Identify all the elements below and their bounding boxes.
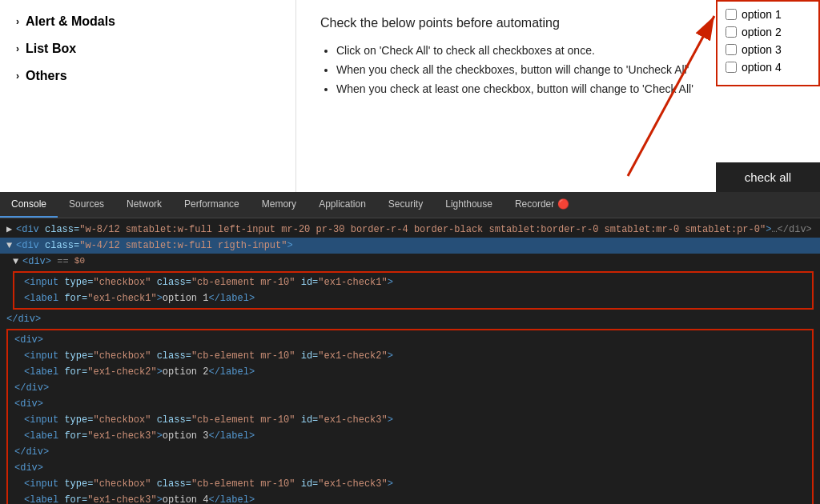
- sidebar-item-others[interactable]: › Others: [16, 62, 279, 90]
- code-line[interactable]: <div>: [11, 332, 809, 348]
- checkbox-input-1[interactable]: [726, 9, 737, 20]
- checkbox-input-3[interactable]: [726, 44, 737, 55]
- checkbox-label-4: option 4: [742, 61, 782, 74]
- tab-performance[interactable]: Performance: [173, 192, 251, 218]
- tab-security[interactable]: Security: [377, 192, 434, 218]
- code-line[interactable]: <input type="checkbox" class="cb-element…: [11, 476, 809, 492]
- collapse-icon: ▼: [6, 238, 14, 253]
- highlighted-block-2: <div> <input type="checkbox" class="cb-e…: [6, 329, 814, 504]
- checkbox-label-3: option 3: [742, 43, 782, 56]
- code-line[interactable]: </div>: [0, 311, 820, 327]
- checkbox-option-4[interactable]: option 4: [726, 61, 810, 74]
- code-line[interactable]: <div>: [11, 396, 809, 412]
- checkbox-label-1: option 1: [742, 8, 782, 21]
- sidebar-item-alert-modals[interactable]: › Alert & Modals: [16, 8, 279, 35]
- code-line[interactable]: ▼ <div> == $0: [0, 254, 820, 270]
- tab-recorder[interactable]: Recorder 🔴: [504, 192, 581, 218]
- devtools-body: ▶ <div class="w-8/12 smtablet:w-full lef…: [0, 218, 820, 504]
- checkbox-option-2[interactable]: option 2: [726, 26, 810, 38]
- sidebar-item-label: Alert & Modals: [26, 14, 115, 29]
- code-line[interactable]: ▶ <div class="w-8/12 smtablet:w-full lef…: [0, 222, 820, 238]
- sidebar-item-list-box[interactable]: › List Box: [16, 35, 279, 62]
- sidebar: › Alert & Modals › List Box › Others: [0, 0, 296, 192]
- devtools-tabs: Console Sources Network Performance Memo…: [0, 192, 820, 218]
- code-line[interactable]: <input type="checkbox" class="cb-element…: [11, 412, 809, 428]
- checkbox-label-2: option 2: [742, 26, 782, 38]
- code-line[interactable]: <div>: [11, 460, 809, 476]
- checkbox-option-3[interactable]: option 3: [726, 43, 810, 56]
- check-all-button[interactable]: check all: [716, 162, 820, 192]
- chevron-icon: ›: [16, 70, 19, 82]
- code-line[interactable]: <label for="ex1-check3">option 3</label>: [11, 428, 809, 444]
- expand-icon: ▼: [13, 254, 21, 269]
- code-line[interactable]: <input type="checkbox" class="cb-element…: [11, 348, 809, 364]
- collapse-icon: ▶: [6, 222, 14, 237]
- chevron-icon: ›: [16, 16, 19, 27]
- tab-console[interactable]: Console: [0, 192, 58, 218]
- tab-sources[interactable]: Sources: [58, 192, 115, 218]
- sidebar-item-label: Others: [26, 69, 67, 83]
- chevron-icon: ›: [16, 43, 19, 54]
- code-line[interactable]: <label for="ex1-check3">option 4</label>: [11, 492, 809, 504]
- tab-memory[interactable]: Memory: [251, 192, 308, 218]
- tab-lighthouse[interactable]: Lighthouse: [434, 192, 504, 218]
- sidebar-item-label: List Box: [26, 42, 76, 56]
- main-content: Check the below points before automating…: [296, 0, 820, 192]
- checkbox-input-4[interactable]: [726, 62, 737, 73]
- checkbox-option-1[interactable]: option 1: [726, 8, 810, 21]
- devtools-panel: Console Sources Network Performance Memo…: [0, 192, 820, 504]
- tab-network[interactable]: Network: [115, 192, 173, 218]
- highlighted-block-1: <input type="checkbox" class="cb-element…: [13, 271, 814, 310]
- code-line[interactable]: <label for="ex1-check2">option 2</label>: [11, 364, 809, 380]
- code-line-selected[interactable]: ▼ <div class="w-4/12 smtablet:w-full rig…: [0, 238, 820, 254]
- checkbox-panel: option 1 option 2 option 3 option 4: [716, 0, 820, 86]
- code-line[interactable]: </div>: [11, 444, 809, 460]
- code-line[interactable]: <label for="ex1-check1">option 1</label>: [18, 290, 809, 306]
- code-line[interactable]: <input type="checkbox" class="cb-element…: [18, 274, 809, 290]
- tab-application[interactable]: Application: [308, 192, 377, 218]
- code-line[interactable]: </div>: [11, 380, 809, 396]
- checkbox-input-2[interactable]: [726, 26, 737, 38]
